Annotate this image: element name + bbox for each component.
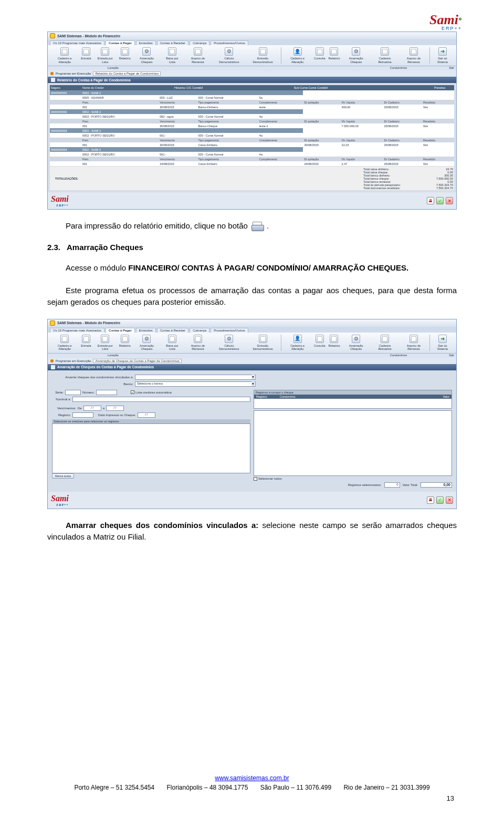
tb-relatorio2[interactable]: Relatório: [327, 47, 341, 64]
cancel-button[interactable]: ✕: [446, 197, 453, 204]
label-numero: Número:: [82, 391, 94, 394]
label-reg-sel: Registros selecionados:: [348, 483, 382, 486]
tb-arquivo[interactable]: Arquivo de Remessa: [183, 335, 213, 351]
footer-buttons: 🖶 ✓ ✕: [427, 197, 453, 204]
tb-arquivo[interactable]: Arquivo de Remessa: [183, 47, 213, 64]
input-numero[interactable]: [96, 390, 117, 395]
toolbar-caption: Locação: [108, 66, 119, 69]
tab-item[interactable]: Contas à Pagar: [106, 40, 135, 45]
brand-logo: Sami• ERP++: [429, 13, 462, 31]
footer-url[interactable]: www.samisistemas.com.br: [215, 774, 289, 782]
tab-item[interactable]: Os 10 Programas mais Acessados: [50, 328, 104, 333]
tab-item[interactable]: Procedimentos/Outros: [211, 328, 248, 333]
tb-baixa[interactable]: Baixa por Lista: [161, 47, 183, 64]
tab-item[interactable]: Procedimentos/Outros: [211, 40, 248, 45]
input-data-imp[interactable]: / /: [138, 412, 155, 418]
col-h: Sub-Conta Conta Contábil: [293, 85, 433, 90]
report-table: Seguro Nome do Credor Histórico C/C Cont…: [50, 85, 454, 90]
select-banco[interactable]: Seleciona o banco: [135, 381, 256, 387]
label-nominal: Nominal a:: [52, 398, 71, 401]
panel-title: Amarração de Cheques do Contas à Pagar d…: [48, 364, 456, 370]
tb-entrada[interactable]: Entrada: [79, 335, 92, 351]
tb-relatorio[interactable]: Relatório: [118, 47, 132, 64]
tb-consulta[interactable]: Consulta: [312, 47, 327, 64]
tb-arq2[interactable]: Arquivo de Remessa: [399, 335, 428, 351]
tb-amarracao[interactable]: Amarração Cheques: [132, 47, 161, 64]
tb-relatorio[interactable]: Relatório: [118, 335, 132, 351]
tb-amarr2[interactable]: Amarração Cheques: [342, 335, 371, 351]
credores-listbox[interactable]: [52, 423, 250, 473]
input-nominal[interactable]: [72, 397, 250, 402]
toolbar-caption: Condomínios: [390, 354, 407, 357]
input-serie[interactable]: [65, 390, 81, 395]
crumb-icon: [50, 72, 54, 75]
col-h: Parcelas: [433, 85, 454, 90]
toolbar-caption: Condomínios: [390, 66, 407, 69]
tb-emissao[interactable]: Emissão Demonstrativos: [246, 335, 280, 351]
tb-cadastro[interactable]: Cadastro e Alteração: [50, 47, 79, 64]
tb-consulta[interactable]: Consulta: [312, 335, 327, 351]
tb-amarr2[interactable]: Amarração Cheques: [342, 47, 371, 64]
app-icon: [50, 33, 55, 38]
label-banco: Banco:: [52, 382, 133, 386]
print-button[interactable]: 🖶: [427, 496, 434, 504]
tb-sair[interactable]: Sair do Sistema: [431, 47, 454, 64]
marca-todos-button[interactable]: Marca todos: [52, 473, 74, 479]
tb-cad-retro[interactable]: Cadastra Retroativa: [371, 335, 399, 351]
tab-item[interactable]: Contas à Pagar: [106, 328, 135, 333]
tb-sair[interactable]: Sair do Sistema: [431, 335, 454, 351]
checkbox-sel-all[interactable]: Selecionar todos: [254, 477, 282, 481]
tab-item[interactable]: Cobrança: [190, 40, 209, 45]
tb-entrada-lista[interactable]: Entrada por Lista: [93, 47, 118, 64]
tb-baixa[interactable]: Baixa por Lista: [161, 335, 183, 351]
toolbar-caption: Sair: [449, 354, 454, 357]
registros-listbox[interactable]: [254, 410, 452, 476]
tb-cadastro2[interactable]: Cadastro e Alteração: [282, 335, 312, 351]
tb-arq2[interactable]: Arquivo de Remessa: [399, 47, 428, 64]
label-sel-cred: Selecionar os credores para relacionar o…: [52, 419, 250, 423]
window-titlebar: SAMI Sistemas - Módulo do Financeiro: [48, 319, 456, 327]
printer-icon: [251, 221, 266, 232]
input-registro[interactable]: [72, 412, 93, 418]
tb-cadastro2[interactable]: Cadastro e Alteração: [282, 47, 312, 64]
checkbox-auto[interactable]: ✓Lista credores automática: [131, 390, 172, 394]
tb-entrada[interactable]: Entrada: [79, 47, 92, 64]
tab-item[interactable]: Os 10 Programas mais Acessados: [50, 40, 104, 45]
tb-emissao[interactable]: Emissão Demonstrativos: [246, 47, 280, 64]
crumb-value: Relatório do Contas a Pagar de Condomíni…: [93, 71, 161, 76]
crumb-icon: [50, 359, 54, 363]
mini-col: Valor: [428, 395, 452, 399]
instruction-print: Para impressão do relatório emitido, cli…: [47, 220, 457, 232]
footer-city: Porto Alegre – 51 3254.5454: [74, 784, 154, 791]
col-h: Histórico C/C Contábil: [173, 85, 293, 90]
paragraph-access: Acesse o módulo FINANCEIRO/ CONTAS À PAG…: [47, 262, 457, 274]
panel-icon: [51, 365, 55, 369]
tb-calc[interactable]: Cálculo Demonstrativos: [213, 335, 246, 351]
tab-item[interactable]: Contas à Receber: [157, 40, 188, 45]
tb-entrada-lista[interactable]: Entrada por Lista: [93, 335, 118, 351]
print-button[interactable]: 🖶: [427, 197, 434, 204]
input-date-de[interactable]: / /: [83, 406, 101, 411]
footer-logo: SamiERP++: [51, 194, 69, 207]
tb-cad-retro[interactable]: Cadastra Retroativa: [371, 47, 399, 64]
tb-amarracao[interactable]: Amarração Cheques: [132, 335, 161, 351]
tb-relatorio2[interactable]: Relatório: [327, 335, 341, 351]
crumb-label: Programas em Execução: [56, 359, 91, 363]
toolbar: Cadastro e Alteração Entrada Entrada por…: [48, 333, 456, 354]
tb-calc[interactable]: Cálculo Demonstrativos: [213, 47, 246, 64]
totals-labels: Total caixa dinheiro:Total caixa cheque:…: [363, 168, 411, 190]
select-vinculados[interactable]: [135, 375, 256, 380]
panel-icon: [51, 78, 55, 82]
section-heading: 2.3. Amarração Cheques: [47, 243, 457, 252]
paragraph-desc: Este programa efetua os processos de ama…: [47, 285, 457, 308]
confirm-button[interactable]: ✓: [436, 496, 444, 504]
tab-item[interactable]: Emissões: [136, 40, 156, 45]
input-date-a[interactable]: / /: [106, 406, 124, 411]
tab-item[interactable]: Contas à Receber: [157, 328, 188, 333]
col-h: Seguro: [50, 85, 81, 90]
tab-item[interactable]: Cobrança: [190, 328, 209, 333]
tab-item[interactable]: Emissões: [136, 328, 156, 333]
tb-cadastro[interactable]: Cadastro e Alteração: [50, 335, 79, 351]
confirm-button[interactable]: ✓: [436, 197, 444, 204]
cancel-button[interactable]: ✕: [446, 496, 453, 504]
